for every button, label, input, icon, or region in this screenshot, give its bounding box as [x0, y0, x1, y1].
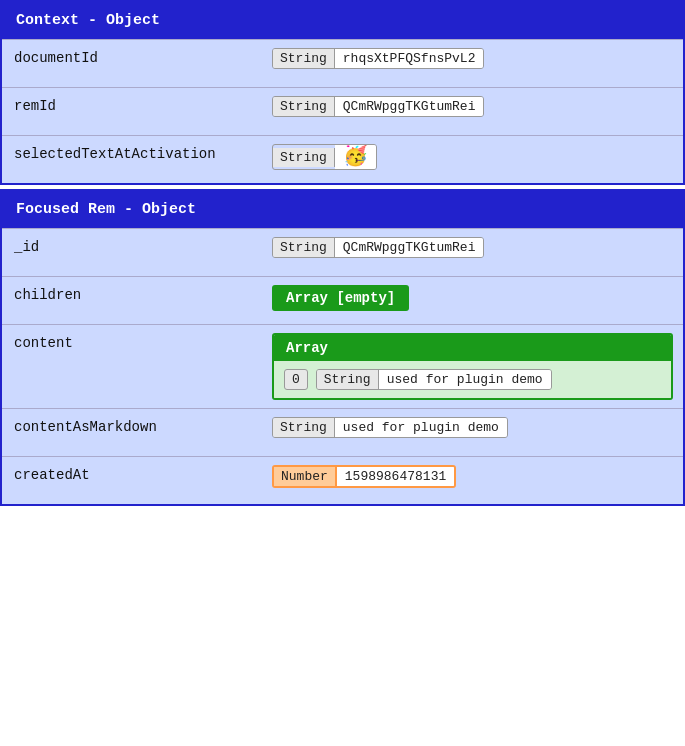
row-children: children Array [empty]	[2, 276, 683, 324]
row-remId: remId String QCmRWpggTKGtumRei	[2, 87, 683, 135]
value-id: String QCmRWpggTKGtumRei	[262, 229, 683, 266]
type-documentId: String	[273, 49, 335, 68]
value-remId: String QCmRWpggTKGtumRei	[262, 88, 683, 125]
array-body-content: 0 String used for plugin demo	[274, 361, 671, 398]
row-id: _id String QCmRWpggTKGtumRei	[2, 228, 683, 276]
array-header-content: Array	[274, 335, 671, 361]
row-content: content Array 0 String used for plugin d…	[2, 324, 683, 408]
key-selectedTextAtActivation: selectedTextAtActivation	[2, 136, 262, 172]
val-id: QCmRWpggTKGtumRei	[335, 238, 484, 257]
string-group-selectedText: String 🥳	[272, 144, 377, 170]
focused-rem-header: Focused Rem - Object	[2, 191, 683, 228]
focused-rem-section: Focused Rem - Object _id String QCmRWpgg…	[0, 189, 685, 506]
key-contentAsMarkdown: contentAsMarkdown	[2, 409, 262, 445]
val-selectedText: 🥳	[335, 145, 376, 169]
context-header: Context - Object	[2, 2, 683, 39]
type-createdAt: Number	[274, 467, 337, 486]
value-selectedTextAtActivation: String 🥳	[262, 136, 683, 178]
type-id: String	[273, 238, 335, 257]
val-content-0: used for plugin demo	[379, 370, 551, 389]
value-children: Array [empty]	[262, 277, 683, 319]
emoji-icon: 🥳	[343, 145, 368, 168]
value-contentAsMarkdown: String used for plugin demo	[262, 409, 683, 446]
key-remId: remId	[2, 88, 262, 124]
focused-rem-header-label: Focused Rem - Object	[16, 201, 196, 218]
string-group-contentAsMarkdown: String used for plugin demo	[272, 417, 508, 438]
val-createdAt: 1598986478131	[337, 467, 454, 486]
array-empty-badge: Array [empty]	[272, 285, 409, 311]
key-documentId: documentId	[2, 40, 262, 76]
value-content: Array 0 String used for plugin demo	[262, 325, 683, 408]
context-section: Context - Object documentId String rhqsX…	[0, 0, 685, 185]
val-contentAsMarkdown: used for plugin demo	[335, 418, 507, 437]
key-content: content	[2, 325, 262, 408]
number-group-createdAt: Number 1598986478131	[272, 465, 456, 488]
value-documentId: String rhqsXtPFQSfnsPvL2	[262, 40, 683, 77]
array-container-content: Array 0 String used for plugin demo	[272, 333, 673, 400]
string-group-remId: String QCmRWpggTKGtumRei	[272, 96, 484, 117]
val-remId: QCmRWpggTKGtumRei	[335, 97, 484, 116]
type-remId: String	[273, 97, 335, 116]
key-children: children	[2, 277, 262, 313]
array-header-label: Array	[286, 340, 328, 356]
string-group-content-0: String used for plugin demo	[316, 369, 552, 390]
row-contentAsMarkdown: contentAsMarkdown String used for plugin…	[2, 408, 683, 456]
string-group-id: String QCmRWpggTKGtumRei	[272, 237, 484, 258]
row-selectedTextAtActivation: selectedTextAtActivation String 🥳	[2, 135, 683, 183]
value-createdAt: Number 1598986478131	[262, 457, 683, 496]
key-createdAt: createdAt	[2, 457, 262, 493]
context-header-label: Context - Object	[16, 12, 160, 29]
row-createdAt: createdAt Number 1598986478131	[2, 456, 683, 504]
string-group-documentId: String rhqsXtPFQSfnsPvL2	[272, 48, 484, 69]
array-empty-label: Array [empty]	[286, 290, 395, 306]
row-documentId: documentId String rhqsXtPFQSfnsPvL2	[2, 39, 683, 87]
type-selectedText: String	[273, 148, 335, 167]
key-id: _id	[2, 229, 262, 265]
array-index-0: 0	[284, 369, 308, 390]
type-contentAsMarkdown: String	[273, 418, 335, 437]
type-content-0: String	[317, 370, 379, 389]
val-documentId: rhqsXtPFQSfnsPvL2	[335, 49, 484, 68]
